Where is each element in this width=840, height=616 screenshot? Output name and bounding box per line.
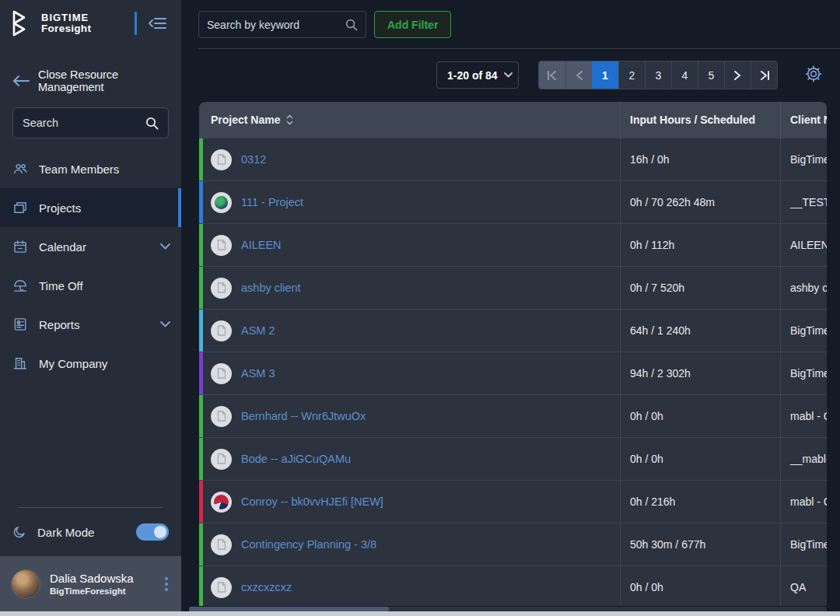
column-header-project-name[interactable]: Project Name: [199, 102, 620, 138]
sidebar-search: [12, 107, 169, 138]
main-content: Add Filter 1-20 of 84 12345: [181, 0, 840, 611]
project-link[interactable]: ASM 2: [241, 324, 275, 337]
search-icon[interactable]: [145, 117, 159, 130]
project-doc-avatar: [211, 235, 232, 256]
sidebar-item-calendar[interactable]: Calendar: [0, 227, 181, 266]
team-members-icon: [12, 161, 28, 177]
column-header-client-name[interactable]: Client Name: [780, 102, 827, 138]
sidebar-item-time-off[interactable]: Time Off: [0, 266, 181, 305]
table-row[interactable]: 111 - Project 0h / 70 262h 48m __TEST: [199, 180, 827, 223]
table-row[interactable]: Bode -- aJiGCuQAMu 0h / 0h __mabl-: [199, 437, 827, 480]
row-status-bar: [199, 267, 203, 309]
first-page-button[interactable]: [539, 61, 565, 89]
table-row[interactable]: Conroy -- bk0vvHJEfi [NEW] 0h / 216h mab…: [199, 480, 827, 523]
project-link[interactable]: Conroy -- bk0vvHJEfi [NEW]: [241, 495, 383, 508]
project-link[interactable]: Bode -- aJiGCuQAMu: [241, 453, 351, 465]
logo-divider: [135, 12, 137, 35]
sort-icon[interactable]: [286, 114, 293, 125]
column-header-input-hours[interactable]: Input Hours / Scheduled: [620, 102, 780, 138]
last-page-button[interactable]: [751, 61, 777, 89]
table-row[interactable]: AILEEN 0h / 112h AILEEN: [199, 223, 827, 266]
close-resource-management[interactable]: Close Resource Management: [0, 68, 181, 93]
project-link[interactable]: AILEEN: [241, 239, 282, 251]
project-link[interactable]: Contingency Planning - 3/8: [241, 538, 376, 551]
row-status-bar: [199, 523, 203, 565]
project-link[interactable]: Bernhard -- Wnr6JtwuOx: [241, 410, 366, 422]
project-doc-avatar: [211, 320, 232, 341]
table-row[interactable]: 0312 16h / 0h BigTime: [199, 138, 827, 180]
user-org: BigTimeForesight: [50, 586, 134, 596]
page-button-3[interactable]: 3: [645, 61, 671, 89]
logo-row: BIGTIME Foresight: [0, 0, 181, 47]
client-name-cell: ashby c: [780, 267, 827, 309]
table-row[interactable]: ASM 3 94h / 2 302h BigTime: [199, 352, 827, 394]
project-link[interactable]: ashby client: [241, 282, 301, 294]
chevron-down-icon: [160, 243, 170, 250]
projects-table: Project Name Input Hours / Scheduled Cli…: [199, 102, 827, 606]
dark-mode-toggle[interactable]: [136, 523, 169, 541]
user-card[interactable]: Dalia Sadowska BigTimeForesight: [0, 556, 181, 611]
sidebar-item-reports[interactable]: Reports: [0, 305, 181, 344]
input-hours-cell: 0h / 112h: [620, 224, 780, 266]
project-doc-avatar: [211, 149, 232, 170]
arrow-left-icon: [12, 75, 30, 87]
project-logo-avatar: [211, 192, 232, 213]
logo-line1: BIGTIME: [41, 12, 91, 23]
moon-icon: [12, 525, 26, 539]
table-row[interactable]: Bernhard -- Wnr6JtwuOx 0h / 0h mabl - C: [199, 394, 827, 437]
input-hours-cell: 0h / 0h: [620, 395, 780, 437]
project-doc-avatar: [211, 534, 232, 555]
row-status-bar: [199, 395, 203, 437]
bigtime-logo-icon: [11, 10, 34, 37]
project-doc-avatar: [211, 577, 232, 598]
search-icon[interactable]: [345, 19, 358, 31]
keyword-search: [198, 11, 366, 38]
project-link[interactable]: 111 - Project: [241, 196, 303, 208]
client-name-cell: mabl - C: [780, 395, 827, 437]
gear-icon[interactable]: [804, 65, 823, 83]
project-link[interactable]: ASM 3: [241, 367, 275, 380]
project-doc-avatar: [211, 363, 232, 384]
input-hours-cell: 64h / 1 240h: [620, 310, 780, 352]
logo-text: BIGTIME Foresight: [41, 12, 91, 34]
kebab-menu-icon[interactable]: [161, 573, 172, 595]
client-name-cell: BigTime: [780, 138, 827, 180]
page-button-4[interactable]: 4: [671, 61, 698, 89]
row-status-bar: [199, 310, 203, 352]
table-row[interactable]: cxzcxzcxz 0h / 0h QA: [199, 565, 827, 606]
row-status-bar: [199, 566, 203, 606]
table-row[interactable]: ashby client 0h / 7 520h ashby c: [199, 266, 827, 309]
project-link[interactable]: 0312: [241, 153, 266, 166]
page-range-label: 1-20 of 84: [447, 69, 498, 82]
input-hours-cell: 94h / 2 302h: [620, 352, 780, 394]
sidebar-item-team-members[interactable]: Team Members: [0, 149, 181, 188]
input-hours-cell: 50h 30m / 677h: [620, 523, 780, 565]
row-status-bar: [199, 138, 203, 180]
input-hours-cell: 0h / 0h: [620, 438, 780, 480]
logo-line2: Foresight: [41, 23, 91, 34]
collapse-sidebar-icon[interactable]: [144, 12, 172, 34]
prev-page-button[interactable]: [565, 61, 592, 89]
page-range-dropdown[interactable]: 1-20 of 84: [436, 61, 519, 89]
window-bottom-strip: [0, 611, 840, 616]
user-name: Dalia Sadowska: [50, 572, 134, 585]
user-avatar: [11, 569, 40, 599]
table-row[interactable]: Contingency Planning - 3/8 50h 30m / 677…: [199, 523, 827, 565]
page-button-5[interactable]: 5: [698, 61, 724, 89]
input-hours-cell: 0h / 70 262h 48m: [620, 181, 780, 223]
next-page-button[interactable]: [724, 61, 751, 89]
project-link[interactable]: cxzcxzcxz: [241, 581, 292, 593]
top-divider: [198, 48, 840, 49]
dark-mode-label: Dark Mode: [37, 526, 94, 539]
row-status-bar: [199, 224, 203, 266]
add-filter-button[interactable]: Add Filter: [374, 11, 451, 38]
sidebar-item-projects[interactable]: Projects: [0, 188, 181, 227]
client-name-cell: BigTime: [780, 523, 827, 565]
page-button-1[interactable]: 1: [592, 61, 618, 89]
keyword-search-input[interactable]: [207, 19, 339, 31]
close-resource-label: Close Resource Management: [38, 68, 169, 93]
sidebar-search-input[interactable]: [23, 117, 139, 129]
table-row[interactable]: ASM 2 64h / 1 240h BigTime: [199, 309, 827, 352]
sidebar-item-my-company[interactable]: My Company: [0, 344, 181, 383]
page-button-2[interactable]: 2: [618, 61, 645, 89]
